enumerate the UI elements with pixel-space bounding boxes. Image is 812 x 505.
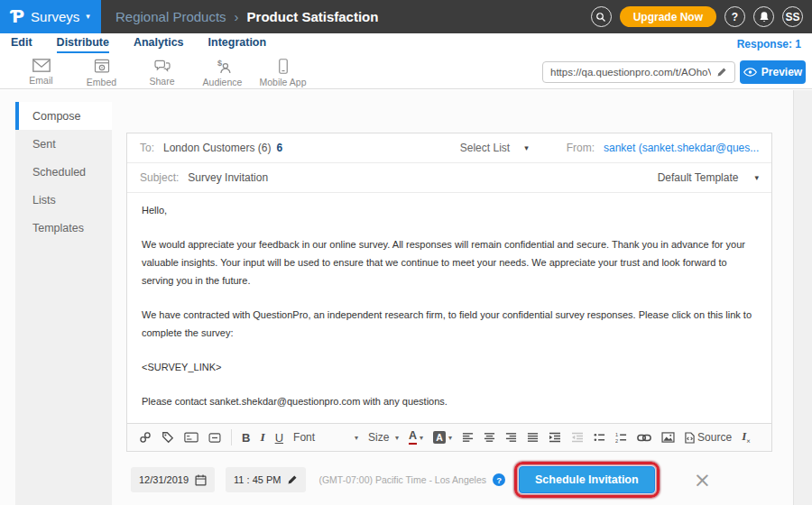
svg-text:$: $ (217, 59, 222, 68)
tab-distribute[interactable]: Distribute (57, 36, 109, 53)
tab-edit[interactable]: Edit (11, 36, 32, 53)
date-value: 12/31/2019 (139, 474, 189, 485)
editor-toolbar: B I U Font ▾ Size ▾ A ▾ A ▾ (127, 423, 771, 451)
indent-button[interactable] (549, 432, 561, 443)
insert-survey-link-button[interactable] (139, 431, 152, 444)
email-body-editor[interactable]: Hello, We would appreciate your feedback… (127, 193, 771, 423)
calendar-icon (195, 474, 207, 486)
source-button[interactable]: Source (685, 431, 732, 444)
align-right-icon (505, 432, 517, 443)
schedule-time-input[interactable]: 11 : 45 PM (226, 467, 306, 492)
font-family-dropdown[interactable]: Font ▾ (293, 431, 358, 444)
edit-url-pencil-icon[interactable] (716, 67, 727, 78)
edit-time-pencil-icon (287, 474, 298, 485)
preview-button[interactable]: Preview (740, 60, 806, 84)
insert-link-button[interactable] (637, 434, 651, 442)
breadcrumb-parent[interactable]: Regional Products (115, 9, 226, 24)
survey-nav: Edit Distribute Analytics Integration Re… (0, 33, 812, 55)
outdent-icon (571, 432, 584, 443)
chevron-down-icon: ▾ (395, 434, 399, 442)
help-icon: ? (732, 11, 738, 23)
background-color-button[interactable]: A ▾ (433, 431, 452, 444)
timezone-help-icon[interactable]: ? (493, 473, 505, 486)
underline-button[interactable]: U (275, 431, 283, 445)
time-value: 11 : 45 PM (234, 474, 281, 485)
sidebar-item-compose[interactable]: Compose (15, 102, 112, 130)
sidebar-item-sent[interactable]: Sent (15, 130, 112, 158)
background-color-icon: A (433, 431, 446, 444)
align-center-icon (484, 432, 495, 443)
to-value[interactable]: London Customers (6) (163, 142, 271, 154)
notifications-button[interactable] (753, 6, 774, 27)
chain-link-icon (139, 431, 152, 444)
bold-button[interactable]: B (242, 431, 250, 445)
channel-share[interactable]: Share (132, 59, 192, 87)
from-value[interactable]: sanket (sanket.shekdar@ques... (604, 142, 759, 154)
numbered-list-icon: 12 (615, 432, 627, 443)
bell-icon (759, 11, 770, 23)
close-icon[interactable]: × (694, 470, 711, 491)
italic-icon: I (260, 430, 264, 445)
channel-audience[interactable]: $ Audience (192, 59, 253, 87)
upgrade-now-button[interactable]: Upgrade Now (620, 6, 716, 27)
justify-button[interactable] (527, 432, 539, 443)
sidebar-item-lists[interactable]: Lists (15, 186, 112, 214)
avatar[interactable]: SS (782, 6, 803, 27)
source-doc-icon (685, 432, 695, 444)
indent-icon (549, 432, 561, 443)
app-label: Surveys (31, 9, 79, 24)
font-size-dropdown[interactable]: Size ▾ (368, 431, 399, 444)
tab-analytics[interactable]: Analytics (134, 36, 184, 53)
channel-label: Mobile App (260, 77, 307, 87)
header-actions: Upgrade Now ? SS (591, 6, 812, 27)
remove-format-button[interactable]: I× (742, 429, 751, 445)
insert-tag-button[interactable] (161, 431, 174, 444)
sidebar-item-templates[interactable]: Templates (15, 214, 112, 242)
tab-integration[interactable]: Integration (208, 36, 267, 53)
numbered-list-button[interactable]: 12 (615, 432, 627, 443)
channel-mobile-app[interactable]: Mobile App (253, 59, 313, 87)
button-widget-icon (208, 433, 221, 443)
select-list-dropdown[interactable]: Select List ▾ (460, 142, 529, 154)
preview-label: Preview (761, 66, 802, 78)
channel-label: Audience (203, 77, 243, 87)
schedule-date-input[interactable]: 12/31/2019 (131, 467, 215, 492)
chevron-down-icon: ▾ (86, 13, 90, 21)
link-icon (637, 434, 651, 442)
response-count[interactable]: Response: 1 (737, 38, 801, 50)
align-left-button[interactable] (462, 432, 474, 443)
schedule-invitation-button[interactable]: Schedule Invitation (519, 466, 655, 493)
scrollbar-track[interactable] (793, 90, 812, 505)
top-header: Ƥ Surveys ▾ Regional Products › Product … (0, 0, 812, 33)
justify-icon (527, 432, 539, 443)
insert-footer-card-button[interactable] (184, 432, 198, 443)
chevron-down-icon: ▾ (524, 144, 529, 152)
body-paragraph: Hello, (142, 201, 757, 219)
align-center-button[interactable] (484, 432, 495, 443)
sidebar-item-scheduled[interactable]: Scheduled (15, 158, 112, 186)
italic-button[interactable]: I (260, 430, 264, 445)
channel-email[interactable]: Email (11, 59, 71, 86)
questionpro-app: Ƥ Surveys ▾ Regional Products › Product … (0, 0, 812, 505)
breadcrumb-separator-icon: › (235, 9, 239, 24)
insert-image-button[interactable] (661, 432, 675, 443)
select-list-label: Select List (460, 142, 510, 154)
bulleted-list-button[interactable] (594, 432, 605, 443)
survey-url-field[interactable]: https://qa.questionpro.com/t/AOhoVZfqml (542, 61, 735, 83)
chevron-down-icon: ▾ (754, 174, 759, 182)
surveys-product-menu[interactable]: Ƥ Surveys ▾ (0, 0, 101, 33)
search-button[interactable] (591, 6, 612, 27)
toolbar-divider (231, 429, 232, 445)
channel-embed[interactable]: Embed (71, 59, 132, 87)
distribute-content: Compose Sent Scheduled Lists Templates T… (0, 90, 812, 505)
to-recipient-count[interactable]: 6 (276, 142, 282, 154)
help-button[interactable]: ? (724, 6, 745, 27)
insert-button-widget-button[interactable] (208, 433, 221, 443)
outdent-button[interactable] (571, 432, 584, 443)
template-dropdown[interactable]: Default Template ▾ (658, 171, 759, 184)
align-right-button[interactable] (505, 432, 517, 443)
subject-value[interactable]: Survey Invitation (188, 171, 268, 184)
text-color-button[interactable]: A ▾ (409, 430, 423, 445)
bulleted-list-icon (594, 432, 605, 443)
share-icon (153, 59, 171, 73)
